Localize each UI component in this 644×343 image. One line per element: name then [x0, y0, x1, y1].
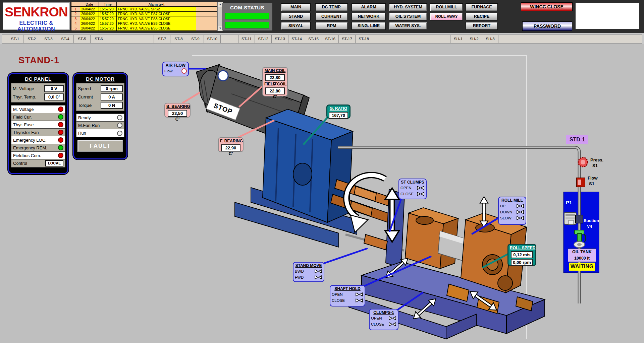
tab-st-12[interactable]: ST-12 [255, 35, 272, 43]
callout-stand-move: STAND MOVE BWD FWD [293, 262, 324, 282]
roll-mill-down-valve-icon[interactable] [516, 210, 524, 214]
callout-st-clumps: ST CLUMPS OPEN CLOSE [398, 179, 427, 199]
com-status-label: COM.STATUS [222, 5, 272, 10]
nav-roll-away[interactable]: ROLL AWAY [430, 13, 463, 20]
st-clumps-close-valve-icon[interactable] [417, 192, 425, 196]
pressure-sensor-s1 [578, 157, 588, 167]
suction-valve-v4 [574, 230, 586, 248]
roll-mill-slow-valve-icon[interactable] [516, 216, 524, 220]
hmi-screen: SENKRON ELECTRIC & AUTOMATION Date Time … [0, 0, 644, 343]
control-mode-button[interactable]: LOCAL [45, 160, 63, 166]
nav-oil-system[interactable]: OIL SYSTEM [389, 13, 427, 20]
tab-st-17[interactable]: ST-17 [339, 35, 356, 43]
current-value: 0 A [101, 93, 123, 100]
wincc-close-button[interactable]: WINCC CLOSE [521, 2, 573, 11]
tab-sh-2[interactable]: SH-2 [466, 35, 482, 43]
thyr-temp-label: Thyr. Temp. [13, 94, 36, 99]
alarm-row[interactable]: 1 26/04/22 15:57:20 FRNC. HYD. VALVE SPS… [71, 7, 217, 11]
nav-sing-line[interactable]: SING. LINE [352, 22, 386, 30]
flow-sensor-s1 [577, 178, 585, 187]
alarm-row[interactable]: 4 26/04/22 15:57:20 FRNC. HYD. VALVE ES6… [71, 21, 217, 26]
ready-led [117, 115, 122, 120]
roll-mill-up-valve-icon[interactable] [516, 204, 524, 208]
stand-move-bwd-valve-icon[interactable] [314, 269, 322, 274]
tab-st-3[interactable]: ST-3 [40, 35, 57, 43]
nav-water-sys[interactable]: WATER SYS. [389, 22, 427, 30]
st-clumps-open-valve-icon[interactable] [417, 186, 425, 190]
emergency-rem-led [58, 145, 63, 150]
thyr-temp-value: 0,0 C' [44, 93, 64, 100]
callout-air-flow: AIR FLOW Flow [162, 62, 189, 76]
tab-st-8[interactable]: ST-8 [170, 35, 187, 43]
tab-st-9[interactable]: ST-9 [187, 35, 204, 43]
stand-move-fwd-valve-icon[interactable] [314, 275, 322, 280]
alarm-col-text: Alarm text [117, 2, 196, 7]
oil-tank-label: OIL TANK 10000 lt [568, 249, 596, 262]
tab-sh-1[interactable]: SH-1 [450, 35, 466, 43]
callout-f-bearing: F. BEARING 22,90 C' [218, 137, 244, 152]
m-voltage-led [58, 107, 63, 112]
nav-report[interactable]: REPORT [466, 22, 498, 30]
alarm-row[interactable]: 5 26/04/22 15:57:20 FRNC. HYD. VALVE ES5… [71, 26, 217, 31]
tab-st-11[interactable]: ST-11 [238, 35, 255, 43]
tab-st-15[interactable]: ST-15 [305, 35, 322, 43]
clumps-1-open-valve-icon[interactable] [388, 316, 396, 321]
nav-furnace[interactable]: FURNACE [466, 3, 498, 11]
dc-motor-panel: DC MOTOR Speed 0 rpm Current 0 A Torque … [73, 73, 127, 159]
tab-st-7[interactable]: ST-7 [154, 35, 170, 43]
nav-sinyal[interactable]: SINYAL [281, 22, 311, 30]
alarm-col-time: Time [99, 2, 117, 7]
nav-dc-temp[interactable]: DC TEMP. [315, 3, 348, 11]
callout-b-bearing: B. BEARING 23,50 C' [164, 103, 191, 118]
tab-sh-3[interactable]: SH-3 [482, 35, 498, 43]
mfan-run-led [117, 123, 122, 128]
shaft-hold-close-valve-icon[interactable] [355, 298, 363, 303]
alarm-row[interactable]: 2 26/04/22 15:57:20 FRNC. HYD. VALVE ES7… [71, 12, 217, 16]
com-status-panel: COM.STATUS [222, 3, 272, 30]
roll-speed-rpm-value: 0,00 rpm [511, 259, 533, 266]
alarm-col-date: Date [80, 2, 99, 7]
thyr-fuse-led [58, 122, 63, 127]
page-title: STAND-1 [18, 55, 59, 66]
nav-hyd-system[interactable]: HYD. SYSTEM [389, 3, 427, 11]
dc-panel-title: DC PANEL [11, 75, 65, 83]
clumps-1-close-valve-icon[interactable] [388, 322, 396, 327]
tab-st-4[interactable]: ST-4 [57, 35, 74, 43]
shaft-hold-open-valve-icon[interactable] [355, 292, 363, 297]
nav-network[interactable]: NETWORK [352, 13, 386, 20]
flow-sensor-label: Flow [588, 176, 598, 181]
company-logo: SENKRON ELECTRIC & AUTOMATION [3, 2, 70, 30]
alarm-row[interactable]: 3 26/04/22 15:57:20 FRNC. HYD. VALVE ES3… [71, 16, 217, 21]
nav-recipe[interactable]: RECIPE [466, 13, 498, 20]
main-coil-value: 22,80 C' [265, 74, 285, 81]
thyristor-fan-led [58, 130, 63, 135]
control-label: Control [13, 161, 27, 166]
header-display-panel [576, 3, 639, 29]
tab-st-2[interactable]: ST-2 [23, 35, 40, 43]
callout-shaft-hold: SHAFT HOLD OPEN CLOSE [330, 285, 365, 306]
nav-rollmill[interactable]: ROLLMILL [430, 3, 463, 11]
tab-st-10[interactable]: ST-10 [204, 35, 221, 43]
nav-stand[interactable]: STAND [281, 13, 311, 20]
nav-main[interactable]: MAIN [281, 3, 311, 11]
tab-st-18[interactable]: ST-18 [356, 35, 372, 43]
tab-st-13[interactable]: ST-13 [272, 35, 288, 43]
password-button[interactable]: PASSWORD [522, 21, 572, 31]
tab-st-1[interactable]: ST-1 [7, 35, 23, 43]
right-divider [601, 44, 601, 343]
std-1-label: STD-1 [566, 135, 588, 144]
callout-roll-mill: ROLL MILL UP DOWN SLOW [498, 197, 526, 225]
nav-current[interactable]: CURRENT [315, 13, 348, 20]
press-sensor-label: Press. [590, 157, 603, 162]
tab-st-5[interactable]: ST-5 [74, 35, 91, 43]
nav-alarm[interactable]: ALARM [352, 3, 386, 11]
fault-button[interactable]: FAULT [77, 140, 123, 152]
tab-st-16[interactable]: ST-16 [322, 35, 339, 43]
nav-rpm[interactable]: RPM [315, 22, 348, 30]
suction-label: Suction [584, 218, 599, 223]
tab-st-6[interactable]: ST-6 [91, 35, 107, 43]
tab-st-14[interactable]: ST-14 [288, 35, 305, 43]
main-coil-title: MAIN COIL [264, 68, 286, 73]
torque-value: 0 N [101, 102, 123, 109]
speed-value: 0 rpm [101, 85, 123, 92]
